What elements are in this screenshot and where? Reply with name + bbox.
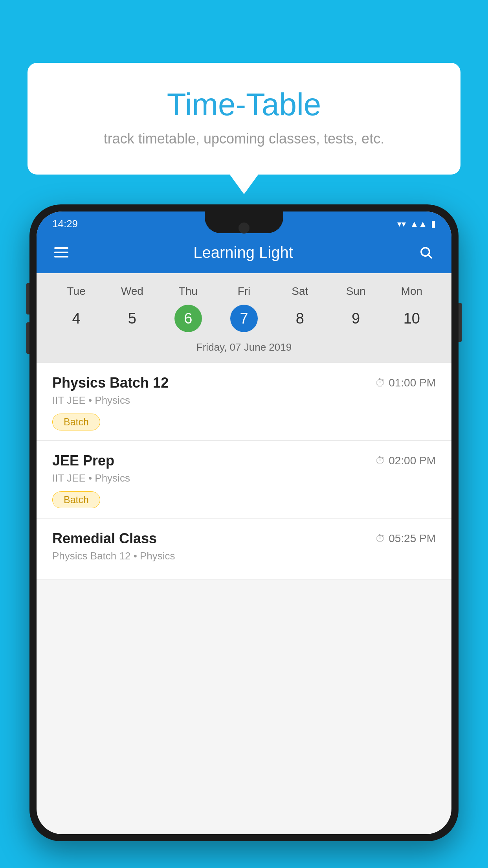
class-details-1: IIT JEE • Physics bbox=[52, 394, 436, 406]
selected-date-label: Friday, 07 June 2019 bbox=[48, 338, 440, 359]
phone-mockup: 14:29 ▾▾ ▲▲ ▮ Learning Light bbox=[29, 204, 459, 841]
class-details-3: Physics Batch 12 • Physics bbox=[52, 550, 436, 562]
battery-icon: ▮ bbox=[431, 219, 436, 229]
day-tue: Tue bbox=[48, 281, 104, 302]
day-sun: Sun bbox=[328, 281, 383, 302]
day-fri: Fri bbox=[216, 281, 272, 302]
class-time-2: ⏱ 02:00 PM bbox=[375, 454, 436, 467]
class-item-1[interactable]: Physics Batch 12 ⏱ 01:00 PM IIT JEE • Ph… bbox=[37, 363, 451, 441]
bubble-subtitle: track timetable, upcoming classes, tests… bbox=[59, 131, 429, 147]
class-item-2-header: JEE Prep ⏱ 02:00 PM bbox=[52, 452, 436, 469]
wifi-icon: ▾▾ bbox=[397, 219, 406, 229]
class-item-3-header: Remedial Class ⏱ 05:25 PM bbox=[52, 530, 436, 547]
clock-icon-1: ⏱ bbox=[375, 377, 385, 389]
day-10[interactable]: 10 bbox=[384, 305, 440, 332]
day-6-today[interactable]: 6 bbox=[174, 305, 202, 332]
phone-notch bbox=[205, 211, 283, 233]
day-9[interactable]: 9 bbox=[328, 305, 383, 332]
phone-screen: 14:29 ▾▾ ▲▲ ▮ Learning Light bbox=[37, 211, 451, 834]
day-7-selected[interactable]: 7 bbox=[230, 305, 258, 332]
class-time-1: ⏱ 01:00 PM bbox=[375, 377, 436, 389]
menu-icon[interactable] bbox=[52, 245, 70, 259]
speech-bubble: Time-Table track timetable, upcoming cla… bbox=[28, 63, 460, 175]
clock-icon-3: ⏱ bbox=[375, 533, 385, 545]
class-list: Physics Batch 12 ⏱ 01:00 PM IIT JEE • Ph… bbox=[37, 363, 451, 579]
class-name-2: JEE Prep bbox=[52, 452, 114, 469]
volume-up-button bbox=[26, 283, 29, 314]
signal-icon: ▲▲ bbox=[410, 219, 427, 229]
svg-line-1 bbox=[429, 255, 432, 258]
class-item-1-header: Physics Batch 12 ⏱ 01:00 PM bbox=[52, 375, 436, 391]
day-4[interactable]: 4 bbox=[48, 305, 104, 332]
volume-down-button bbox=[26, 322, 29, 354]
status-icons: ▾▾ ▲▲ ▮ bbox=[397, 219, 436, 229]
day-8[interactable]: 8 bbox=[272, 305, 328, 332]
app-header: Learning Light bbox=[37, 235, 451, 273]
day-wed: Wed bbox=[104, 281, 160, 302]
speech-bubble-container: Time-Table track timetable, upcoming cla… bbox=[28, 63, 460, 175]
app-title: Learning Light bbox=[193, 244, 293, 261]
day-5[interactable]: 5 bbox=[104, 305, 160, 332]
class-name-3: Remedial Class bbox=[52, 530, 157, 547]
bubble-title: Time-Table bbox=[59, 86, 429, 123]
class-name-1: Physics Batch 12 bbox=[52, 375, 169, 391]
calendar-header: Tue Wed Thu Fri Sat Sun Mon 4 5 6 7 8 9 … bbox=[37, 273, 451, 363]
phone-container: 14:29 ▾▾ ▲▲ ▮ Learning Light bbox=[29, 204, 459, 868]
search-button[interactable] bbox=[416, 243, 436, 262]
class-details-2: IIT JEE • Physics bbox=[52, 472, 436, 484]
status-time: 14:29 bbox=[52, 218, 78, 230]
class-item-2[interactable]: JEE Prep ⏱ 02:00 PM IIT JEE • Physics Ba… bbox=[37, 441, 451, 519]
batch-tag-2: Batch bbox=[52, 491, 100, 508]
class-time-3: ⏱ 05:25 PM bbox=[375, 532, 436, 545]
day-mon: Mon bbox=[384, 281, 440, 302]
day-thu: Thu bbox=[160, 281, 216, 302]
phone-camera bbox=[238, 223, 250, 234]
power-button bbox=[459, 303, 462, 342]
clock-icon-2: ⏱ bbox=[375, 455, 385, 467]
day-headers: Tue Wed Thu Fri Sat Sun Mon bbox=[48, 281, 440, 302]
class-item-3[interactable]: Remedial Class ⏱ 05:25 PM Physics Batch … bbox=[37, 519, 451, 579]
day-sat: Sat bbox=[272, 281, 328, 302]
day-numbers: 4 5 6 7 8 9 10 bbox=[48, 302, 440, 338]
batch-tag-1: Batch bbox=[52, 414, 100, 430]
svg-point-0 bbox=[421, 248, 429, 256]
